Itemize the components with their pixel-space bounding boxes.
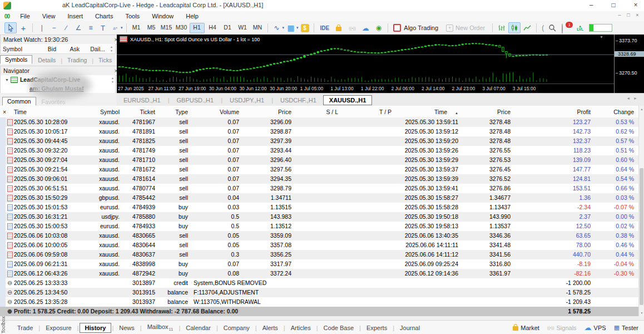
market-status-item[interactable]: Market — [513, 325, 539, 331]
toolbox-tab-history[interactable]: History — [80, 323, 112, 333]
market-watch-tab-details[interactable]: Details — [33, 56, 60, 64]
history-column-price-5[interactable]: Price — [244, 109, 296, 115]
timeframe-d1[interactable]: D1 — [221, 23, 235, 32]
history-column-volume-4[interactable]: Volume — [192, 109, 244, 115]
scroll-down-icon[interactable]: ▼ — [111, 80, 114, 84]
text-tool-icon[interactable]: T — [97, 23, 108, 33]
history-column-change-11[interactable]: Change — [595, 109, 638, 115]
history-row[interactable]: 2025.05.30 10:28:09xauusd.4781967sell0.0… — [0, 117, 638, 127]
chart-window-dropdown-icon[interactable]: ▾ — [296, 26, 299, 30]
child-minimize-icon[interactable]: – — [615, 12, 624, 18]
chart-panel[interactable]: XAUUSD., H1: Spot Gold Ounce vs US Dolla… — [117, 35, 644, 93]
minimize-icon[interactable]: – — [584, 1, 598, 9]
line-chart-type-icon[interactable] — [522, 23, 533, 33]
history-column-profit-10[interactable]: Profit — [515, 109, 595, 115]
menu-insert[interactable]: Insert — [62, 13, 90, 19]
equidistant-channel-icon[interactable]: ≡ — [85, 23, 96, 33]
history-row[interactable]: 2025.05.30 09:32:20xauusd.4781749sell0.0… — [0, 146, 638, 155]
chart-tab-usdjpy-h1[interactable]: USDJPY.,H1 — [223, 96, 271, 105]
candlestick-chart-type-icon[interactable] — [508, 22, 521, 33]
vertical-line-icon[interactable]: ∣ — [36, 23, 47, 33]
history-row[interactable]: 2025.05.30 09:06:01xauusd.4781614sell0.0… — [0, 174, 638, 184]
history-column-sl-6[interactable]: S / L — [296, 109, 343, 115]
community-icon[interactable]: ◉ — [376, 24, 382, 32]
notifications-icon[interactable]: 1 — [562, 24, 570, 32]
history-row[interactable]: 2025.05.30 09:44:45xauusd.4781825sell0.0… — [0, 136, 638, 146]
toolbox-tab-alerts[interactable]: Alerts — [257, 323, 283, 332]
indicators-dropdown-icon[interactable]: ▾ — [283, 26, 285, 30]
history-column-time-0[interactable]: Time — [14, 109, 77, 115]
market-watch-tab-ticks[interactable]: Ticks — [94, 56, 116, 64]
history-row[interactable]: 2025.06.06 10:00:05xauusd.4830644sell0.0… — [0, 240, 638, 250]
scroll-down-icon[interactable]: ▼ — [110, 49, 113, 53]
summary-expand-icon[interactable]: ⊕ — [6, 307, 14, 316]
search-icon[interactable] — [547, 23, 558, 33]
menu-window[interactable]: Window — [146, 13, 180, 19]
menu-charts[interactable]: Charts — [89, 13, 119, 19]
history-row[interactable]: 2025.05.30 09:21:54xauusd.4781672sell0.0… — [0, 165, 638, 174]
toolbox-tab-trade[interactable]: Trade — [12, 323, 38, 332]
timeframe-mn[interactable]: MN — [251, 23, 265, 32]
tree-collapse-icon[interactable]: ▼ — [5, 78, 9, 82]
chart-tab-eurusd-h1[interactable]: EURUSD.,H1 — [117, 96, 167, 105]
algo-trading-checkbox[interactable] — [393, 24, 401, 32]
shapes-dropdown-icon[interactable]: ▾ — [121, 26, 123, 30]
mw-column-0[interactable]: Symbol — [1, 46, 32, 52]
scrollbar-thumb[interactable] — [640, 168, 643, 305]
history-row[interactable]: 2025.06.06 10:03:08xauusd.4830665sell0.0… — [0, 231, 638, 240]
signals-status-item[interactable]: ((•)) Signals — [547, 325, 577, 331]
price-axis[interactable]: 3373.70 3328.69 3270.50 — [614, 35, 644, 93]
market-watch-tab-symbols[interactable]: Symbols — [0, 55, 32, 64]
scrollbar-up-icon[interactable]: ▲ — [639, 107, 644, 111]
deposit-icon[interactable]: $ — [301, 24, 309, 32]
chart-window-icon[interactable]: ▦ — [285, 23, 296, 33]
menu-file[interactable]: File — [14, 13, 36, 19]
timeframe-h4[interactable]: H4 — [206, 23, 220, 32]
mw-column-3[interactable]: Dail... — [82, 46, 108, 52]
horizontal-line-icon[interactable]: − — [48, 23, 60, 33]
new-order-button[interactable]: New Order — [455, 24, 485, 31]
tester-status-item[interactable]: ▦ Tester — [614, 324, 638, 331]
history-row[interactable]: 2025.05.30 15:00:53eurusd.4784933buy0.51… — [0, 222, 638, 231]
chart-tab-xauusd-h1[interactable]: XAUUSD.,H1 — [323, 95, 373, 105]
lock-icon[interactable] — [336, 27, 341, 31]
market-watch-tab-trading[interactable]: Trading — [63, 56, 91, 64]
history-column-symbol-1[interactable]: Symbol — [77, 109, 124, 115]
navigator-tab-common[interactable]: Common — [2, 97, 36, 106]
mw-column-1[interactable]: Bid — [32, 46, 59, 52]
mw-scrollbar[interactable]: ▲▼ — [108, 45, 115, 52]
history-row[interactable]: 2025.06.12 06:43:26xauusd.4872942buy0.08… — [0, 269, 638, 278]
timeframe-m1[interactable]: M1 — [130, 23, 143, 32]
history-row[interactable]: 2025.06.09 06:21:31xauusd.4838998buy0.07… — [0, 259, 638, 269]
timeframe-m15[interactable]: M15 — [160, 23, 174, 32]
history-column-type-3[interactable]: Type — [160, 109, 192, 115]
mw-column-2[interactable]: Ask — [59, 46, 82, 52]
vps-status-item[interactable]: ☁ VPS — [584, 323, 606, 332]
restore-icon[interactable]: □ — [606, 1, 621, 9]
scrollbar-down-icon[interactable]: ▼ — [639, 311, 644, 315]
tab-scroll-left-icon[interactable]: ◄ — [626, 96, 633, 100]
timeframe-w1[interactable]: W1 — [236, 23, 250, 32]
cursor-icon[interactable] — [4, 22, 17, 33]
toolbox-tab-company[interactable]: Company — [219, 323, 255, 332]
child-close-icon[interactable]: × — [633, 12, 642, 18]
timeframe-m5[interactable]: M5 — [145, 23, 158, 32]
ide-button[interactable]: IDE — [320, 25, 330, 31]
timeframe-h1[interactable]: H1 — [190, 23, 205, 33]
chart-tab-gbpusd-h1[interactable]: GBPUSD.,H1 — [170, 96, 220, 105]
history-close-button[interactable]: × — [0, 109, 14, 115]
algo-trading-label[interactable]: Algo Trading — [404, 24, 438, 31]
broadcast-icon[interactable]: ((•)) — [349, 26, 356, 31]
shapes-icon[interactable]: ▵▫ — [110, 23, 121, 33]
trendline-icon[interactable]: ∕ — [61, 23, 72, 33]
history-row[interactable]: 2025.06.06 09:59:08xauusd.4830637sell0.3… — [0, 250, 638, 259]
menu-tools[interactable]: Tools — [119, 13, 146, 19]
history-row[interactable]: 2025.05.30 15:50:29gbpusd.4785442sell0.0… — [0, 193, 638, 203]
history-column-price-9[interactable]: Price — [463, 109, 515, 115]
menu-view[interactable]: View — [36, 13, 62, 19]
toolbox-tab-code-base[interactable]: Code Base — [319, 323, 359, 332]
history-row[interactable]: ⊖2025.06.25 13:33:333013897creditSystem,… — [0, 278, 638, 288]
history-row[interactable]: 2025.05.30 10:05:17xauusd.4781891sell0.0… — [0, 127, 638, 136]
history-row[interactable]: 2025.05.30 16:31:21usdjpy.4785880buy0.51… — [0, 212, 638, 222]
timeframe-m30[interactable]: M30 — [175, 23, 189, 32]
